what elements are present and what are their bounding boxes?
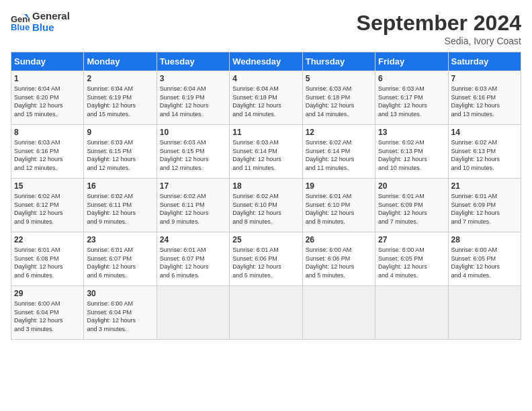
weekday-header: Wednesday (230, 52, 302, 71)
calendar-cell: 29Sunrise: 6:00 AM Sunset: 6:04 PM Dayli… (11, 286, 84, 340)
day-number: 29 (14, 289, 81, 298)
day-info: Sunrise: 6:03 AM Sunset: 6:18 PM Dayligh… (306, 85, 372, 118)
weekday-header: Saturday (448, 52, 521, 71)
calendar-cell: 28Sunrise: 6:00 AM Sunset: 6:05 PM Dayli… (448, 232, 521, 286)
day-info: Sunrise: 6:02 AM Sunset: 6:12 PM Dayligh… (14, 192, 81, 226)
day-info: Sunrise: 6:03 AM Sunset: 6:14 PM Dayligh… (232, 138, 299, 172)
day-info: Sunrise: 6:01 AM Sunset: 6:06 PM Dayligh… (232, 246, 299, 279)
day-number: 16 (87, 181, 153, 191)
svg-text:Blue: Blue (11, 22, 30, 32)
day-number: 19 (306, 181, 372, 191)
calendar-week-row: 22Sunrise: 6:01 AM Sunset: 6:08 PM Dayli… (11, 232, 521, 286)
day-info: Sunrise: 6:01 AM Sunset: 6:07 PM Dayligh… (87, 246, 153, 279)
calendar-cell: 14Sunrise: 6:02 AM Sunset: 6:13 PM Dayli… (448, 125, 521, 179)
weekday-header: Friday (375, 52, 448, 71)
day-info: Sunrise: 6:01 AM Sunset: 6:10 PM Dayligh… (306, 192, 372, 226)
day-info: Sunrise: 6:02 AM Sunset: 6:11 PM Dayligh… (87, 192, 153, 226)
day-number: 23 (87, 235, 153, 244)
day-number: 11 (232, 128, 299, 137)
calendar-cell: 13Sunrise: 6:02 AM Sunset: 6:13 PM Dayli… (375, 125, 448, 179)
day-info: Sunrise: 6:02 AM Sunset: 6:13 PM Dayligh… (378, 138, 445, 172)
day-info: Sunrise: 6:03 AM Sunset: 6:16 PM Dayligh… (451, 85, 518, 118)
day-info: Sunrise: 6:04 AM Sunset: 6:19 PM Dayligh… (160, 85, 226, 118)
day-number: 18 (232, 181, 299, 191)
day-number: 10 (160, 128, 226, 137)
day-info: Sunrise: 6:02 AM Sunset: 6:14 PM Dayligh… (306, 138, 372, 172)
title-block: September 2024 Sedia, Ivory Coast (357, 11, 521, 46)
day-number: 1 (14, 74, 81, 83)
calendar-cell: 8Sunrise: 6:03 AM Sunset: 6:16 PM Daylig… (11, 125, 84, 179)
location-subtitle: Sedia, Ivory Coast (357, 36, 521, 46)
month-title: September 2024 (357, 11, 521, 36)
day-number: 14 (451, 128, 518, 137)
day-info: Sunrise: 6:03 AM Sunset: 6:16 PM Dayligh… (14, 138, 81, 172)
day-info: Sunrise: 6:00 AM Sunset: 6:04 PM Dayligh… (14, 300, 81, 333)
calendar-cell: 21Sunrise: 6:01 AM Sunset: 6:09 PM Dayli… (448, 179, 521, 232)
day-number: 13 (378, 128, 445, 137)
calendar-header-row: SundayMondayTuesdayWednesdayThursdayFrid… (11, 52, 521, 71)
day-number: 27 (378, 235, 445, 244)
calendar-cell: 25Sunrise: 6:01 AM Sunset: 6:06 PM Dayli… (230, 232, 302, 286)
calendar-cell: 9Sunrise: 6:03 AM Sunset: 6:15 PM Daylig… (84, 125, 157, 179)
day-number: 7 (451, 74, 518, 83)
page-header: General Blue General Blue September 2024… (11, 11, 521, 46)
calendar-cell: 22Sunrise: 6:01 AM Sunset: 6:08 PM Dayli… (11, 232, 84, 286)
calendar-cell: 7Sunrise: 6:03 AM Sunset: 6:16 PM Daylig… (448, 71, 521, 125)
logo-line2: Blue (32, 22, 70, 34)
calendar-cell: 24Sunrise: 6:01 AM Sunset: 6:07 PM Dayli… (157, 232, 229, 286)
day-info: Sunrise: 6:01 AM Sunset: 6:07 PM Dayligh… (160, 246, 226, 279)
day-info: Sunrise: 6:02 AM Sunset: 6:13 PM Dayligh… (451, 138, 518, 172)
day-info: Sunrise: 6:03 AM Sunset: 6:15 PM Dayligh… (87, 138, 153, 172)
calendar-cell (157, 286, 229, 340)
day-info: Sunrise: 6:00 AM Sunset: 6:05 PM Dayligh… (451, 246, 518, 279)
calendar-week-row: 8Sunrise: 6:03 AM Sunset: 6:16 PM Daylig… (11, 125, 521, 179)
calendar-cell: 6Sunrise: 6:03 AM Sunset: 6:17 PM Daylig… (375, 71, 448, 125)
day-info: Sunrise: 6:01 AM Sunset: 6:09 PM Dayligh… (378, 192, 445, 226)
weekday-header: Monday (84, 52, 157, 71)
day-number: 24 (160, 235, 226, 244)
day-number: 26 (306, 235, 372, 244)
calendar-cell: 19Sunrise: 6:01 AM Sunset: 6:10 PM Dayli… (302, 179, 375, 232)
weekday-header: Thursday (302, 52, 375, 71)
calendar-cell (375, 286, 448, 340)
calendar-table: SundayMondayTuesdayWednesdayThursdayFrid… (11, 52, 521, 340)
day-info: Sunrise: 6:02 AM Sunset: 6:10 PM Dayligh… (232, 192, 299, 226)
day-info: Sunrise: 6:04 AM Sunset: 6:18 PM Dayligh… (232, 85, 299, 118)
weekday-header: Tuesday (157, 52, 229, 71)
calendar-cell: 15Sunrise: 6:02 AM Sunset: 6:12 PM Dayli… (11, 179, 84, 232)
logo-line1: General (32, 11, 70, 22)
day-info: Sunrise: 6:01 AM Sunset: 6:08 PM Dayligh… (14, 246, 81, 279)
day-info: Sunrise: 6:04 AM Sunset: 6:19 PM Dayligh… (87, 85, 153, 118)
calendar-cell: 4Sunrise: 6:04 AM Sunset: 6:18 PM Daylig… (230, 71, 302, 125)
logo: General Blue General Blue (11, 11, 70, 33)
day-info: Sunrise: 6:01 AM Sunset: 6:09 PM Dayligh… (451, 192, 518, 226)
calendar-cell: 23Sunrise: 6:01 AM Sunset: 6:07 PM Dayli… (84, 232, 157, 286)
calendar-cell: 5Sunrise: 6:03 AM Sunset: 6:18 PM Daylig… (302, 71, 375, 125)
day-number: 3 (160, 74, 226, 83)
day-number: 12 (306, 128, 372, 137)
day-number: 25 (232, 235, 299, 244)
day-number: 17 (160, 181, 226, 191)
day-info: Sunrise: 6:04 AM Sunset: 6:20 PM Dayligh… (14, 85, 81, 118)
day-info: Sunrise: 6:03 AM Sunset: 6:15 PM Dayligh… (160, 138, 226, 172)
weekday-header: Sunday (11, 52, 84, 71)
calendar-cell: 18Sunrise: 6:02 AM Sunset: 6:10 PM Dayli… (230, 179, 302, 232)
calendar-body: 1Sunrise: 6:04 AM Sunset: 6:20 PM Daylig… (11, 71, 521, 340)
calendar-cell: 3Sunrise: 6:04 AM Sunset: 6:19 PM Daylig… (157, 71, 229, 125)
calendar-cell (448, 286, 521, 340)
day-number: 8 (14, 128, 81, 137)
day-info: Sunrise: 6:02 AM Sunset: 6:11 PM Dayligh… (160, 192, 226, 226)
calendar-cell: 12Sunrise: 6:02 AM Sunset: 6:14 PM Dayli… (302, 125, 375, 179)
calendar-cell: 26Sunrise: 6:00 AM Sunset: 6:06 PM Dayli… (302, 232, 375, 286)
day-number: 15 (14, 181, 81, 191)
day-number: 20 (378, 181, 445, 191)
calendar-cell: 20Sunrise: 6:01 AM Sunset: 6:09 PM Dayli… (375, 179, 448, 232)
calendar-cell: 17Sunrise: 6:02 AM Sunset: 6:11 PM Dayli… (157, 179, 229, 232)
calendar-week-row: 29Sunrise: 6:00 AM Sunset: 6:04 PM Dayli… (11, 286, 521, 340)
calendar-cell (302, 286, 375, 340)
day-info: Sunrise: 6:00 AM Sunset: 6:04 PM Dayligh… (87, 300, 153, 333)
calendar-cell: 16Sunrise: 6:02 AM Sunset: 6:11 PM Dayli… (84, 179, 157, 232)
calendar-cell (230, 286, 302, 340)
calendar-cell: 1Sunrise: 6:04 AM Sunset: 6:20 PM Daylig… (11, 71, 84, 125)
calendar-cell: 11Sunrise: 6:03 AM Sunset: 6:14 PM Dayli… (230, 125, 302, 179)
